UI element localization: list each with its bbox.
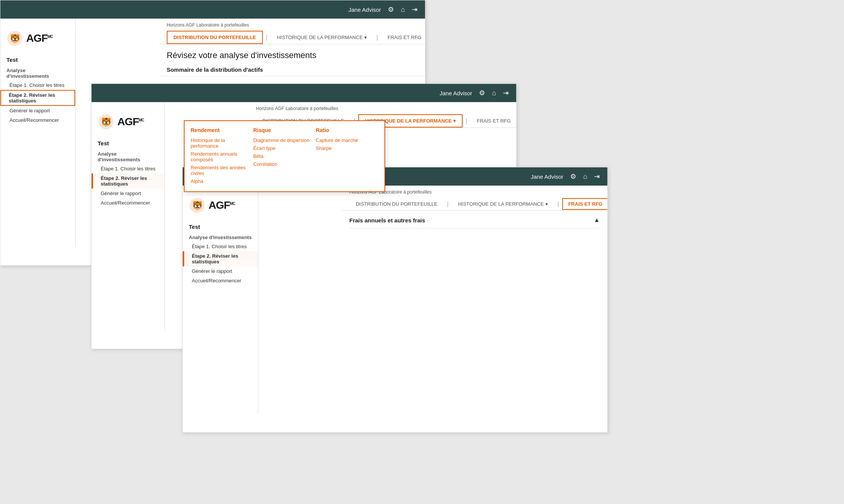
tab-distribution-1[interactable]: DISTRIBUTION DU PORTEFEUILLE [167, 31, 263, 44]
frais-title: Frais annuels et autres frais [349, 217, 425, 224]
sidebar-accueil-2[interactable]: Accueil/Recommencer [92, 198, 164, 208]
dropdown-risque-header: Risque [253, 127, 312, 133]
dropdown-menu: Rendement Historique de la performance R… [248, 120, 385, 192]
frais-header: Frais annuels et autres frais ▲ [349, 217, 600, 228]
sidebar-step1-3[interactable]: Étape 1. Choisir les titres [183, 242, 258, 251]
dropdown-col-ratio: Ratio Capture de marché Sharpe [316, 127, 378, 185]
frais-section: Frais annuels et autres frais ▲ [342, 211, 607, 235]
nav-sep-5: | [444, 201, 452, 208]
nav-tabs-3: DISTRIBUTION DU PORTEFEUILLE | HISTORIQU… [349, 198, 600, 210]
svg-text:🐯: 🐯 [10, 33, 21, 44]
sidebar-generer-1[interactable]: Générer le rapport [0, 106, 75, 115]
logo-area-3: 🐯 AGFMC [183, 193, 258, 220]
tab-historique-1[interactable]: HISTORIQUE DE LA PERFORMANCE ▾ [270, 31, 373, 44]
nav-sep-2: | [373, 34, 381, 41]
dropdown-col-risque: Risque Diagramme de dispersion Écart typ… [253, 127, 316, 185]
tab-frais-3[interactable]: FRAIS ET RFG [562, 198, 607, 210]
agf-sup-3: MC [230, 202, 235, 206]
sidebar-section-1: Test [0, 53, 75, 65]
nav-tabs-1: DISTRIBUTION DU PORTEFEUILLE | HISTORIQU… [167, 31, 417, 44]
tab-historique-3[interactable]: HISTORIQUE DE LA PERFORMANCE ▾ [452, 198, 555, 210]
section-title-1: Sommaire de la distribution d'actifs [159, 63, 425, 76]
tab-frais-1[interactable]: FRAIS ET RFG [381, 31, 425, 44]
nav-subtitle-3: Horizons AGF Laboratoire à portefeuilles [349, 189, 600, 195]
dropdown-ecart-item[interactable]: Écart type [253, 144, 312, 152]
agf-logo-text-3: AGFMC [209, 199, 235, 211]
svg-text:🐯: 🐯 [101, 117, 112, 127]
sidebar-step1-2[interactable]: Étape 1. Choisir les titres [92, 164, 164, 173]
dropdown-col-rendement: Rendement Historique de la performance R… [248, 127, 253, 185]
sidebar-2: 🐯 AGFMC Test Analyse d'investissements É… [92, 102, 165, 331]
chevron-up-icon[interactable]: ▲ [594, 217, 600, 224]
nav-bar-1: Horizons AGF Laboratoire à portefeuilles… [159, 19, 425, 44]
username-2: Jane Advisor [439, 90, 472, 96]
sidebar-step2-1[interactable]: Étape 2. Réviser les statistiques [0, 90, 75, 106]
app-header-1: Jane Advisor ⚙ ⌂ ⇥ [0, 0, 425, 19]
dropdown-alpha-item[interactable]: Alpha [248, 177, 250, 185]
agf-sup-1: MC [47, 35, 53, 39]
sidebar-subsection-2: Analyse d'investissements [92, 149, 164, 164]
dropdown-dispersion-item[interactable]: Diagramme de dispersion [253, 136, 312, 144]
tab-frais-2[interactable]: FRAIS ET RFG [470, 115, 516, 127]
sidebar-generer-3[interactable]: Générer le rapport [183, 266, 258, 276]
logo-area-1: 🐯 AGFMC [0, 26, 75, 53]
dropdown-correlation-item[interactable]: Corrélation [253, 160, 312, 168]
dropdown-civiles-item[interactable]: Rendements des années civiles [248, 164, 250, 177]
agf-logo-text-1: AGFMC [26, 32, 53, 44]
sidebar-accueil-1[interactable]: Accueil/Recommencer [0, 115, 75, 125]
main-content-3: Horizons AGF Laboratoire à portefeuilles… [342, 186, 607, 414]
app-header-2: Jane Advisor ⚙ ⌂ ⇥ [92, 84, 516, 102]
logout-icon-1[interactable]: ⇥ [412, 5, 417, 14]
sidebar-3: 🐯 AGFMC Test Analyse d'investissements É… [183, 186, 258, 414]
nav-subtitle-2: Horizons AGF Laboratoire à portefeuilles [256, 106, 509, 111]
sidebar-section-2: Test [92, 136, 164, 149]
logout-icon-3[interactable]: ⇥ [594, 172, 600, 181]
sidebar-step1-1[interactable]: Étape 1. Choisir les titres [0, 80, 75, 90]
nav-subtitle-1: Horizons AGF Laboratoire à portefeuilles [167, 22, 417, 28]
dropdown-columns: Rendement Historique de la performance R… [248, 127, 378, 185]
home-icon-1[interactable]: ⌂ [401, 6, 405, 14]
page-title-1: Révisez votre analyse d'investissements [159, 44, 425, 63]
sidebar-step2-2[interactable]: Étape 2. Réviser les statistiques [92, 173, 164, 189]
nav-sep-1: | [263, 34, 270, 41]
sidebar-subsection-3: Analyse d'investissements [183, 232, 258, 242]
username-3: Jane Advisor [531, 173, 563, 180]
chevron-down-icon-1: ▾ [364, 35, 367, 40]
sidebar-generer-2[interactable]: Générer le rapport [92, 189, 164, 198]
settings-icon-2[interactable]: ⚙ [479, 89, 485, 97]
svg-text:🐯: 🐯 [192, 200, 203, 211]
chevron-down-icon-3: ▾ [545, 201, 548, 207]
nav-sep-6: | [555, 201, 562, 208]
dropdown-annuels-item[interactable]: Rendements annuels composés [248, 150, 250, 164]
sidebar-1: 🐯 AGFMC Test Analyse d'investissements É… [0, 19, 76, 247]
agf-logo-text-2: AGFMC [117, 116, 144, 128]
nav-sep-4: | [463, 118, 470, 124]
dropdown-rendement-header: Rendement [248, 127, 250, 133]
home-icon-2[interactable]: ⌂ [492, 89, 496, 97]
settings-icon-3[interactable]: ⚙ [570, 172, 576, 181]
logo-area-2: 🐯 AGFMC [92, 110, 164, 136]
sidebar-section-3: Test [183, 220, 258, 232]
username-1: Jane Advisor [348, 6, 381, 13]
dropdown-capture-item[interactable]: Capture de marché [316, 136, 375, 144]
agf-logo-tiger-3: 🐯 [189, 197, 205, 214]
sidebar-accueil-3[interactable]: Accueil/Recommencer [183, 276, 258, 285]
home-icon-3[interactable]: ⌂ [583, 173, 587, 181]
dropdown-sharpe-item[interactable]: Sharpe [316, 144, 375, 152]
chevron-down-icon-2: ▾ [453, 118, 456, 124]
settings-icon-1[interactable]: ⚙ [388, 5, 394, 14]
tab-distribution-3[interactable]: DISTRIBUTION DU PORTEFEUILLE [349, 198, 444, 210]
dropdown-historique-item[interactable]: Historique de la performance [248, 136, 250, 150]
agf-logo-tiger-2: 🐯 [98, 113, 114, 130]
dropdown-beta-item[interactable]: Bêta [253, 152, 312, 160]
agf-sup-2: MC [139, 118, 144, 122]
logout-icon-2[interactable]: ⇥ [503, 89, 509, 97]
sidebar-subsection-1: Analyse d'investissements [0, 65, 75, 80]
agf-logo-tiger-1: 🐯 [6, 30, 23, 47]
dropdown-ratio-header: Ratio [316, 127, 375, 133]
sidebar-step2-3[interactable]: Étape 2. Réviser les statistiques [183, 251, 258, 266]
